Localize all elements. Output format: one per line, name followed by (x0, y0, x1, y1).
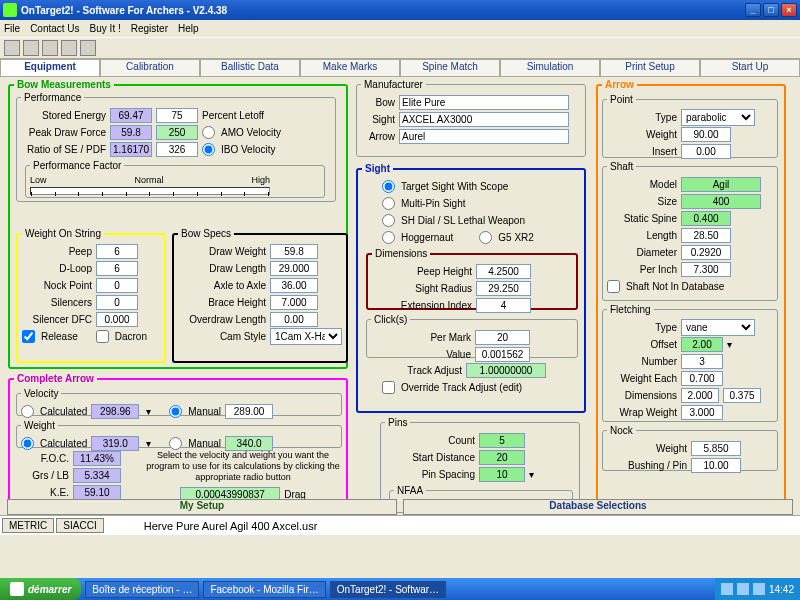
pf-slider[interactable] (30, 187, 270, 195)
vel-calc-radio[interactable] (21, 405, 34, 418)
track-adjust-field[interactable] (466, 363, 546, 378)
sheet-tab-metric[interactable]: METRIC (2, 518, 54, 533)
task-item-3[interactable]: OnTarget2! - Softwar… (330, 581, 446, 598)
close-button[interactable]: × (781, 3, 797, 17)
sheet-tab-siacci[interactable]: SIACCI (56, 518, 103, 533)
tab-spine-match[interactable]: Spine Match (400, 59, 500, 76)
menu-file[interactable]: File (4, 23, 20, 34)
fl-type-select[interactable]: vane (681, 319, 755, 336)
menu-buy[interactable]: Buy It ! (90, 23, 121, 34)
overdraw-field[interactable] (270, 312, 318, 327)
stored-energy-field[interactable] (110, 108, 152, 123)
foc-field[interactable] (73, 451, 121, 466)
start-field[interactable] (479, 450, 525, 465)
nk-weight-field[interactable] (691, 441, 741, 456)
percent-letoff-field[interactable] (156, 108, 198, 123)
per-inch-field[interactable] (681, 262, 731, 277)
spacing-spin[interactable]: ▾ (529, 469, 534, 480)
tool-icon-4[interactable] (61, 40, 77, 56)
sh-dial-radio[interactable] (382, 214, 395, 227)
peep-field[interactable] (96, 244, 138, 259)
hogg-radio[interactable] (382, 231, 395, 244)
amo-radio[interactable] (202, 126, 215, 139)
cam-style-select[interactable]: 1Cam X-Hard (270, 328, 342, 345)
point-type-select[interactable]: parabolic (681, 109, 755, 126)
wt-manual-field[interactable] (225, 436, 273, 451)
mfg-sight-field[interactable] (399, 112, 569, 127)
pdf-right-field[interactable] (156, 125, 198, 140)
tray-icon-2[interactable] (737, 583, 749, 595)
not-in-db-check[interactable] (607, 280, 620, 293)
spacing-field[interactable] (479, 467, 525, 482)
tray-icon-3[interactable] (753, 583, 765, 595)
g5-radio[interactable] (479, 231, 492, 244)
vel-manual-field[interactable] (225, 404, 273, 419)
ratio-field[interactable] (110, 142, 152, 157)
tool-icon-5[interactable] (80, 40, 96, 56)
maximize-button[interactable]: □ (763, 3, 779, 17)
ke-field[interactable] (73, 485, 121, 500)
target-sight-radio[interactable] (382, 180, 395, 193)
number-field[interactable] (681, 354, 723, 369)
insert-field[interactable] (681, 144, 731, 159)
value-field[interactable] (475, 347, 530, 362)
dim-b-field[interactable] (723, 388, 761, 403)
offset-field[interactable] (681, 337, 723, 352)
wt-manual-radio[interactable] (169, 437, 182, 450)
menu-help[interactable]: Help (178, 23, 199, 34)
peak-draw-force-field[interactable] (110, 125, 152, 140)
size-field[interactable] (681, 194, 761, 209)
point-weight-field[interactable] (681, 127, 731, 142)
diameter-field[interactable] (681, 245, 731, 260)
task-item-2[interactable]: Facebook - Mozilla Fir… (203, 581, 325, 598)
override-check[interactable] (382, 381, 395, 394)
tab-equipment[interactable]: Equipment (0, 59, 100, 76)
tab-ballistic[interactable]: Ballistic Data (200, 59, 300, 76)
weight-each-field[interactable] (681, 371, 723, 386)
dloop-field[interactable] (96, 261, 138, 276)
axle-field[interactable] (270, 278, 318, 293)
ext-index-field[interactable] (476, 298, 531, 313)
tool-icon-1[interactable] (4, 40, 20, 56)
tab-simulation[interactable]: Simulation (500, 59, 600, 76)
mfg-bow-field[interactable] (399, 95, 569, 110)
start-button[interactable]: démarrer (0, 578, 81, 600)
bushing-field[interactable] (691, 458, 741, 473)
vel-calc-field[interactable] (91, 404, 139, 419)
menu-contact[interactable]: Contact Us (30, 23, 79, 34)
wt-calc-spin[interactable]: ▾ (143, 438, 153, 449)
draw-weight-field[interactable] (270, 244, 318, 259)
model-field[interactable] (681, 177, 761, 192)
dim-a-field[interactable] (681, 388, 719, 403)
offset-spin[interactable]: ▾ (727, 339, 732, 350)
database-selections-tab[interactable]: Database Selections (403, 499, 793, 515)
release-check[interactable] (22, 330, 35, 343)
per-mark-field[interactable] (475, 330, 530, 345)
minimize-button[interactable]: _ (745, 3, 761, 17)
menu-register[interactable]: Register (131, 23, 168, 34)
multi-pin-radio[interactable] (382, 197, 395, 210)
my-setup-tab[interactable]: My Setup (7, 499, 397, 515)
tab-print-setup[interactable]: Print Setup (600, 59, 700, 76)
sight-radius-field[interactable] (476, 281, 531, 296)
static-spine-field[interactable] (681, 211, 731, 226)
draw-length-field[interactable] (270, 261, 318, 276)
vel-calc-spin[interactable]: ▾ (143, 406, 153, 417)
wt-calc-radio[interactable] (21, 437, 34, 450)
task-item-1[interactable]: Boîte de réception - … (85, 581, 199, 598)
tool-icon-3[interactable] (42, 40, 58, 56)
grs-field[interactable] (73, 468, 121, 483)
silencer-dfc-field[interactable] (96, 312, 138, 327)
count-field[interactable] (479, 433, 525, 448)
vel-manual-radio[interactable] (169, 405, 182, 418)
tab-calibration[interactable]: Calibration (100, 59, 200, 76)
wt-calc-field[interactable] (91, 436, 139, 451)
mfg-arrow-field[interactable] (399, 129, 569, 144)
ratio-right-field[interactable] (156, 142, 198, 157)
tray-icon-1[interactable] (721, 583, 733, 595)
dacron-check[interactable] (96, 330, 109, 343)
length-field[interactable] (681, 228, 731, 243)
wrap-field[interactable] (681, 405, 723, 420)
ibo-radio[interactable] (202, 143, 215, 156)
peep-height-field[interactable] (476, 264, 531, 279)
